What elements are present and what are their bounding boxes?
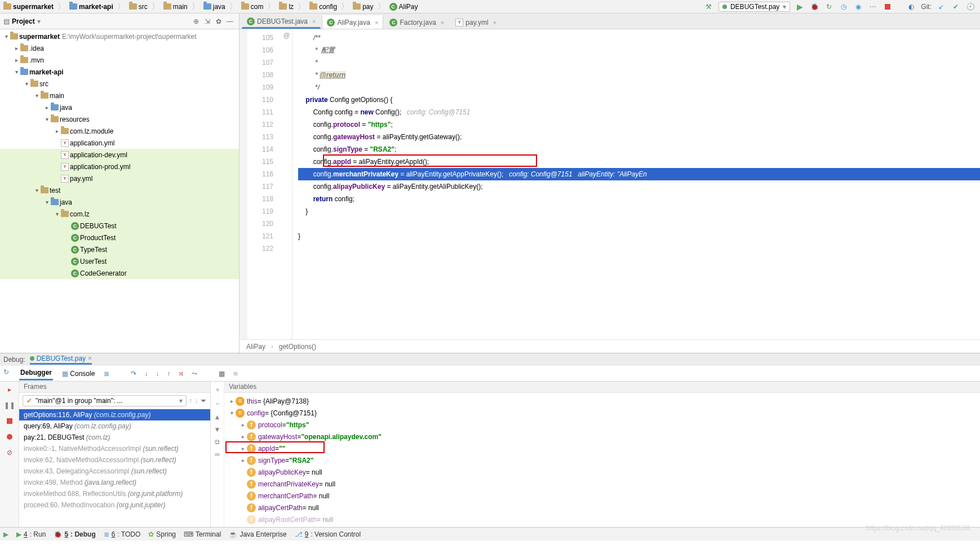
- next-frame-icon[interactable]: ↓: [194, 397, 198, 405]
- editor-tab[interactable]: CDEBUGTest.java×: [242, 15, 321, 29]
- tree-node[interactable]: Ypay.yml: [0, 172, 239, 184]
- up-icon[interactable]: ▲: [214, 413, 221, 421]
- run-config-selector[interactable]: DEBUGTest.pay ▾: [719, 2, 790, 12]
- status-item[interactable]: ⌨Terminal: [184, 530, 221, 538]
- profile-icon[interactable]: ◷: [839, 2, 849, 12]
- frame-row[interactable]: query:69, AliPay (com.lz.config.pay): [19, 420, 210, 432]
- close-icon[interactable]: ×: [493, 19, 496, 26]
- editor-tab[interactable]: CFactory.java×: [384, 15, 449, 29]
- attach-icon[interactable]: ⋯: [868, 2, 878, 12]
- breadcrumb-item[interactable]: src: [128, 3, 149, 11]
- status-item[interactable]: ⎇ 9: Version Control: [295, 530, 361, 538]
- status-item[interactable]: ☕Java Enterprise: [229, 530, 286, 538]
- variable-row[interactable]: falipayRootCertPath = null: [224, 513, 980, 525]
- close-icon[interactable]: ×: [441, 19, 444, 26]
- tree-node[interactable]: CDEBUGTest: [0, 220, 239, 232]
- frames-list[interactable]: getOptions:116, AliPay (com.lz.config.pa…: [19, 409, 210, 527]
- status-item[interactable]: ✿Spring: [148, 530, 176, 538]
- tab-console[interactable]: ▦ Console: [61, 368, 96, 380]
- copy-icon[interactable]: ⧉: [215, 438, 220, 446]
- tree-node[interactable]: ▸.mvn: [0, 54, 239, 66]
- locate-icon[interactable]: ⊕: [190, 16, 202, 27]
- step-out-icon[interactable]: ↑: [167, 370, 170, 378]
- project-tree[interactable]: ▾supermarket E:\myWork\supermarket-proje…: [0, 29, 239, 353]
- variables-tree[interactable]: ▸=this = {AliPay@7138}▾=config = {Config…: [224, 393, 980, 527]
- step-over-icon[interactable]: ↷: [131, 370, 136, 378]
- frame-row[interactable]: getOptions:116, AliPay (com.lz.config.pa…: [19, 409, 210, 420]
- breadcrumb-item[interactable]: lz: [278, 3, 295, 11]
- chevron-down-icon[interactable]: ▾: [37, 17, 41, 25]
- frame-row[interactable]: invoke:43, DelegatingAccessorImpl (sun.r…: [19, 466, 210, 477]
- tree-node[interactable]: ▸com.lz.module: [0, 125, 239, 137]
- trail-method[interactable]: getOptions(): [279, 343, 316, 351]
- close-icon[interactable]: ×: [375, 19, 378, 26]
- pause-icon[interactable]: ❚❚: [4, 400, 15, 411]
- tree-node[interactable]: ▾market-api: [0, 66, 239, 78]
- build-icon[interactable]: ⚒: [704, 2, 714, 12]
- breadcrumb-item[interactable]: main: [162, 3, 189, 11]
- code-area[interactable]: /** * 配置 * * @return */ private Config g…: [292, 29, 980, 339]
- trail-class[interactable]: AliPay: [246, 343, 265, 351]
- variable-row[interactable]: fmerchantPrivateKey = null: [224, 478, 980, 490]
- editor-breadcrumb[interactable]: AliPay › getOptions(): [240, 339, 980, 353]
- variable-row[interactable]: falipayPublicKey = null: [224, 466, 980, 478]
- breakpoint-gutter[interactable]: [240, 29, 247, 339]
- step-into-icon[interactable]: ↓: [144, 370, 148, 378]
- rerun-icon[interactable]: ↻: [3, 368, 9, 376]
- tab-debugger[interactable]: Debugger: [19, 366, 53, 380]
- thread-selector[interactable]: ✔ "main"@1 in group "main": ... ▾: [23, 395, 187, 406]
- breadcrumb-item[interactable]: pay: [352, 3, 374, 11]
- status-item[interactable]: ▶ 4: Run: [16, 530, 46, 538]
- editor-tab[interactable]: CAliPay.java×: [322, 15, 383, 29]
- frame-row[interactable]: pay:21, DEBUGTest (com.lz): [19, 432, 210, 443]
- frame-row[interactable]: invoke:62, NativeMethodAccessorImpl (sun…: [19, 454, 210, 466]
- tree-node[interactable]: CCodeGenerator: [0, 267, 239, 279]
- thread-dump-icon[interactable]: ≣: [104, 370, 109, 378]
- project-title[interactable]: Project: [12, 17, 35, 25]
- tree-node[interactable]: ▸java: [0, 101, 239, 113]
- resume-icon[interactable]: ▸: [4, 384, 15, 395]
- down-icon[interactable]: ▼: [214, 426, 221, 433]
- variable-row[interactable]: fmerchantCertPath = null: [224, 490, 980, 502]
- tree-node[interactable]: CTypeTest: [0, 243, 239, 255]
- settings-icon[interactable]: ✿: [213, 16, 224, 27]
- git-commit-icon[interactable]: ✔: [951, 2, 961, 12]
- collapse-icon[interactable]: ⇲: [202, 16, 213, 27]
- trace-icon[interactable]: ≋: [233, 370, 238, 378]
- view-breakpoints-icon[interactable]: [4, 431, 15, 442]
- run-arrow-icon[interactable]: ▶: [3, 530, 8, 538]
- breadcrumb-item[interactable]: market-api: [68, 3, 114, 11]
- coverage-icon[interactable]: ↻: [824, 2, 834, 12]
- breadcrumb-item[interactable]: CAliPay: [388, 3, 419, 11]
- variable-row[interactable]: ▸fgatewayHost = "openapi.alipaydev.com": [224, 431, 980, 442]
- tree-node[interactable]: ▾supermarket E:\myWork\supermarket-proje…: [0, 30, 239, 42]
- status-item[interactable]: 🐞 5: Debug: [54, 530, 95, 538]
- tree-node[interactable]: Yapplication-prod.yml: [0, 161, 239, 172]
- tree-node[interactable]: ▾java: [0, 196, 239, 208]
- tree-node[interactable]: ▾src: [0, 78, 239, 90]
- breadcrumb-item[interactable]: supermarket: [2, 3, 55, 11]
- debug-icon[interactable]: 🐞: [809, 2, 819, 12]
- hide-icon[interactable]: —: [224, 16, 236, 27]
- tree-node[interactable]: ▾test: [0, 184, 239, 196]
- variable-row[interactable]: ▸=this = {AliPay@7138}: [224, 395, 980, 407]
- frame-row[interactable]: invoke:498, Method (java.lang.reflect): [19, 477, 210, 488]
- variable-row[interactable]: ▸fsignType = "RSA2": [224, 454, 980, 466]
- close-icon[interactable]: ×: [312, 18, 316, 25]
- tree-node[interactable]: ▾resources: [0, 113, 239, 125]
- close-icon[interactable]: ×: [88, 355, 92, 362]
- run-icon[interactable]: ▶: [795, 2, 805, 12]
- prev-frame-icon[interactable]: ↑: [189, 397, 192, 405]
- drop-frame-icon[interactable]: ⤭: [178, 370, 184, 378]
- variable-row[interactable]: falipayCertPath = null: [224, 502, 980, 513]
- variable-row[interactable]: ▸fprotocol = "https": [224, 419, 980, 431]
- filter-icon[interactable]: ⏷: [200, 397, 207, 405]
- evaluate-icon[interactable]: ▦: [219, 370, 225, 378]
- tree-node[interactable]: ▾main: [0, 90, 239, 101]
- glasses-icon[interactable]: ∞: [215, 450, 220, 458]
- tree-node[interactable]: Yapplication-dev.yml: [0, 149, 239, 161]
- mute-breakpoints-icon[interactable]: ⊘: [4, 447, 15, 458]
- editor-tab[interactable]: Ypay.yml×: [450, 15, 502, 29]
- breadcrumb-item[interactable]: java: [202, 3, 227, 11]
- tree-node[interactable]: ▸.idea: [0, 42, 239, 54]
